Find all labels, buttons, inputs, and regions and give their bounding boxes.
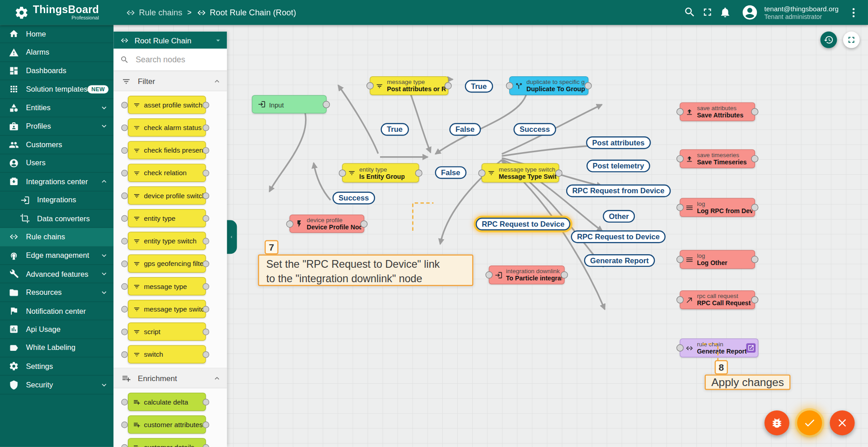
input-port[interactable] <box>506 82 513 89</box>
search-button[interactable] <box>682 5 697 19</box>
sidebar-item-settings[interactable]: Settings <box>0 357 113 376</box>
input-port[interactable] <box>676 296 684 303</box>
open-rule-chain-icon[interactable] <box>746 343 755 353</box>
edge-label[interactable]: Post telemetry <box>586 159 650 172</box>
output-port[interactable] <box>751 108 758 116</box>
node-log-rpc-from-device[interactable]: logLog RPC from Device <box>680 198 755 217</box>
edge-label[interactable]: False <box>449 123 480 136</box>
sidebar-item-dashboards[interactable]: Dashboards <box>0 62 113 80</box>
sidebar-item-resources[interactable]: Resources <box>0 284 113 302</box>
output-port[interactable] <box>445 82 452 89</box>
node-rule-chain-generate-report[interactable]: rule chainGenerate Report <box>680 339 758 358</box>
edge-label[interactable]: RPC Request from Device <box>566 185 671 197</box>
output-port[interactable] <box>361 220 368 228</box>
input-port[interactable] <box>676 256 684 263</box>
node-duplicate-to-group[interactable]: duplicate to specific g…Duplicate To Gro… <box>509 76 588 95</box>
node-integration-downlink[interactable]: integration downlinkTo Particle integrat… <box>489 265 565 284</box>
cancel-button[interactable] <box>830 410 854 435</box>
node-input[interactable]: Input <box>252 95 326 113</box>
breadcrumb-root-rule-chain[interactable]: Root Rule Chain (Root) <box>197 8 296 18</box>
node-save-timeseries[interactable]: save timeseriesSave Timeseries <box>680 149 755 168</box>
sidebar-item-entities[interactable]: Entities <box>0 99 113 117</box>
avatar[interactable] <box>741 4 758 21</box>
output-port[interactable] <box>323 101 330 108</box>
palette-node-calculate-delta[interactable]: calculate delta <box>113 391 227 413</box>
input-port[interactable] <box>366 82 374 89</box>
palette-node-message-type[interactable]: message type <box>113 275 227 298</box>
logo[interactable]: ThingsBoard Professional <box>0 5 113 21</box>
palette-node-script[interactable]: script <box>113 320 227 343</box>
output-port[interactable] <box>751 204 758 211</box>
output-port[interactable] <box>751 155 758 163</box>
sidebar-item-integrations-center[interactable]: Integrations center <box>0 172 113 191</box>
palette-node-switch[interactable]: switch <box>113 343 227 366</box>
edge-label[interactable]: Success <box>513 123 556 136</box>
sidebar-item-edge-management[interactable]: Edge management <box>0 247 113 265</box>
sidebar-item-integrations[interactable]: Integrations <box>0 191 113 210</box>
node-message-type-switch[interactable]: message type switchMessage Type Switch <box>482 163 559 182</box>
edge-label[interactable]: False <box>435 166 466 179</box>
input-port[interactable] <box>339 169 346 177</box>
input-port[interactable] <box>676 345 684 352</box>
node-log-other[interactable]: logLog Other <box>680 250 755 269</box>
sidebar-item-security[interactable]: Security <box>0 376 113 394</box>
sidebar-item-home[interactable]: Home <box>0 25 113 43</box>
edge-label[interactable]: True <box>381 123 409 136</box>
sidebar-item-customers[interactable]: Customers <box>0 136 113 154</box>
palette-node-device-profile-switch[interactable]: device profile switch <box>113 184 227 207</box>
output-port[interactable] <box>561 271 568 279</box>
debug-mode-button[interactable] <box>765 410 789 435</box>
input-port[interactable] <box>676 155 684 163</box>
palette-node-check-relation[interactable]: check relation <box>113 162 227 184</box>
sidebar-item-white-labeling[interactable]: White Labeling <box>0 339 113 358</box>
output-port[interactable] <box>751 256 758 263</box>
sidebar-item-rule-chains[interactable]: Rule chains <box>0 228 113 247</box>
palette-node-customer-details[interactable]: customer details <box>113 436 227 447</box>
palette-node-entity-type-switch[interactable]: entity type switch <box>113 229 227 252</box>
edge-label[interactable]: Other <box>603 210 635 223</box>
output-port[interactable] <box>751 296 758 303</box>
versions-history-button[interactable] <box>821 32 837 48</box>
apply-changes-button[interactable] <box>797 410 822 435</box>
fullscreen-canvas-button[interactable] <box>843 32 860 48</box>
input-port[interactable] <box>676 204 684 211</box>
palette-header[interactable]: Root Rule Chain <box>113 32 227 49</box>
sidebar-item-alarms[interactable]: Alarms <box>0 43 113 62</box>
edge-label[interactable]: Success <box>333 191 375 204</box>
sidebar-item-api-usage[interactable]: Api Usage <box>0 321 113 339</box>
sidebar-item-advanced-features[interactable]: Advanced features <box>0 265 113 284</box>
edge-label-highlighted[interactable]: RPC Request to Device <box>476 218 571 230</box>
node-message-type[interactable]: message typePost attributes or RP… <box>370 76 448 95</box>
node-rpc-call-request[interactable]: rpc call requestRPC Call Request <box>680 290 755 309</box>
palette-node-asset-profile-switch[interactable]: asset profile switch <box>113 93 227 116</box>
node-save-attributes[interactable]: save attributesSave Attributes <box>680 102 755 121</box>
palette-node-check-fields-presence[interactable]: check fields presence <box>113 139 227 162</box>
input-port[interactable] <box>676 108 684 116</box>
output-port[interactable] <box>555 169 563 177</box>
palette-section-enrichment[interactable]: Enrichment <box>113 368 227 388</box>
input-port[interactable] <box>286 220 293 228</box>
input-port[interactable] <box>485 271 493 279</box>
breadcrumb-rule-chains[interactable]: Rule chains <box>126 8 182 18</box>
notifications-button[interactable] <box>718 5 732 19</box>
more-menu-button[interactable] <box>846 5 861 20</box>
edge-label[interactable]: Post attributes <box>586 136 651 149</box>
output-port[interactable] <box>415 169 422 177</box>
palette-collapse-handle[interactable] <box>226 220 237 254</box>
fullscreen-button[interactable] <box>700 5 714 19</box>
palette-section-filter[interactable]: Filter <box>113 71 227 91</box>
node-device-profile[interactable]: device profileDevice Profile Node <box>290 214 364 233</box>
edge-label[interactable]: RPC Request to Device <box>571 230 666 243</box>
palette-node-customer-attributes[interactable]: customer attributes <box>113 413 227 436</box>
input-port[interactable] <box>478 169 485 177</box>
palette-node-check-alarm-status[interactable]: check alarm status <box>113 116 227 139</box>
edge-label[interactable]: Generate Report <box>584 254 655 267</box>
node-entity-type[interactable]: entity typeIs Entity Group <box>342 163 419 182</box>
palette-node-gps-geofencing-filter[interactable]: gps geofencing filter <box>113 252 227 275</box>
sidebar-item-data-converters[interactable]: Data converters <box>0 210 113 228</box>
sidebar-item-users[interactable]: Users <box>0 154 113 172</box>
sidebar-item-profiles[interactable]: Profiles <box>0 117 113 136</box>
sidebar-item-notification-center[interactable]: Notification center <box>0 302 113 321</box>
search-nodes-input[interactable] <box>135 55 221 65</box>
edge-label[interactable]: True <box>465 80 493 93</box>
